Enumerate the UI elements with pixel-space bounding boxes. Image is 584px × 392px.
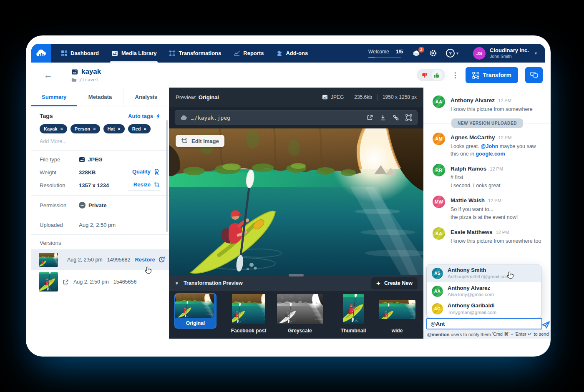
welcome-progress-track	[368, 57, 401, 58]
tag-kayak[interactable]: Kayak×	[40, 124, 67, 133]
auto-tags-button[interactable]: Auto tags	[128, 113, 161, 119]
sidebar-scrollbar[interactable]	[166, 120, 168, 232]
tag-list: Kayak× Person× Hat× Red×	[40, 124, 161, 133]
auto-tags-label: Auto tags	[128, 113, 153, 119]
page-title: kayak	[81, 68, 101, 76]
tag-person[interactable]: Person×	[70, 124, 100, 133]
tab-summary[interactable]: Summary	[31, 88, 77, 106]
field-uploaded: Uploaded Aug 2, 2:50 pm	[31, 215, 169, 234]
transformation-wide[interactable]	[379, 300, 415, 319]
preview-header: Preview:Original JPEG 235.6kb 1950 x 125…	[169, 88, 423, 107]
user-name: John Smith	[490, 54, 529, 59]
comment: AA Anthony Alvarez12 PM I know this pict…	[423, 93, 551, 116]
settings-button[interactable]	[429, 49, 437, 57]
transformation-thumbnail[interactable]	[343, 294, 364, 324]
tag-hat[interactable]: Hat×	[103, 124, 125, 133]
comments-list: AA Anthony Alvarez12 PM I know this pict…	[423, 88, 551, 248]
transformation-label[interactable]: wide	[376, 328, 418, 334]
gear-icon	[429, 49, 437, 57]
remove-tag-icon[interactable]: ×	[93, 126, 96, 131]
rating-widget	[417, 69, 445, 81]
crop-resize-icon	[154, 181, 160, 188]
asset-url-bar[interactable]: …/kayak.jpeg	[175, 110, 418, 125]
open-external-icon[interactable]	[63, 279, 69, 285]
version-row[interactable]: Aug 2, 2:50 pm 15465656	[31, 270, 169, 294]
nav-item-dashboard[interactable]: Dashboard	[55, 44, 105, 63]
nav-item-transformations[interactable]: Transformations	[163, 44, 227, 63]
tag-red[interactable]: Red×	[128, 124, 151, 133]
transform-button[interactable]: Transform	[466, 67, 518, 83]
quality-button[interactable]: Quality	[126, 167, 161, 178]
transformation-greyscale[interactable]	[277, 294, 323, 324]
account-menu[interactable]: JS Cloudinary Inc. John Smith ▾	[473, 44, 545, 63]
remove-tag-icon[interactable]: ×	[118, 126, 120, 131]
transform-url-button[interactable]	[405, 114, 412, 121]
transformation-preview-bar: ▼ Transformation Preview + Create New	[169, 275, 423, 291]
transformation-label[interactable]: Greyscale	[277, 328, 323, 334]
breadcrumb[interactable]: /travel	[71, 77, 101, 83]
external-link[interactable]: google.com	[476, 151, 505, 157]
comments-toggle-button[interactable]	[525, 67, 543, 83]
asset-header: ← kayak /travel ⋮ Transform	[31, 63, 545, 88]
mention-option-anthony-alvarez[interactable]: AA Anthony Alvarez AlvaTony@gmail.com	[427, 282, 541, 300]
avatar: RR	[433, 164, 445, 176]
reports-icon	[234, 50, 240, 56]
send-comment-button[interactable]	[541, 321, 550, 329]
puzzle-icon	[276, 50, 282, 56]
transformation-label[interactable]: Thumbnail	[332, 328, 374, 334]
transformation-facebook-post[interactable]	[232, 294, 265, 324]
nav-item-add-ons[interactable]: Add-ons	[270, 44, 314, 63]
welcome-progress[interactable]: Welcome 1/5	[368, 44, 403, 63]
copy-link-button[interactable]	[393, 114, 399, 121]
scroll-handle[interactable]	[289, 274, 304, 276]
nav-item-reports[interactable]: Reports	[227, 44, 270, 63]
nav-item-label: Reports	[243, 50, 264, 56]
edit-image-button[interactable]: Edit Image	[176, 135, 224, 147]
folder-icon	[71, 78, 77, 82]
transformation-thumbnails: Original Facebook post Greyscale Thumbna…	[169, 291, 423, 339]
resize-button[interactable]: Resize	[128, 180, 161, 191]
preview-label: Preview:	[176, 94, 196, 101]
help-button[interactable]: ? ▾	[446, 49, 458, 58]
download-button[interactable]	[380, 114, 386, 121]
field-file-type: File type JPEG	[40, 153, 161, 166]
open-external-button[interactable]	[367, 114, 373, 121]
nav-item-label: Dashboard	[70, 50, 99, 56]
thumbs-down-button[interactable]	[419, 70, 430, 80]
transformation-label[interactable]: Facebook post	[224, 328, 274, 334]
thumbs-up-button[interactable]	[432, 70, 443, 80]
top-nav: Dashboard Media Library Transformations …	[31, 44, 545, 63]
version-row[interactable]: Aug 2, 2:50 pm 14995682 Restore	[31, 249, 169, 270]
transformations-icon	[169, 50, 175, 56]
nav-item-media-library[interactable]: Media Library	[105, 44, 163, 63]
cloud-logo-icon	[35, 49, 47, 58]
avatar: AM	[433, 133, 445, 145]
remove-tag-icon[interactable]: ×	[144, 126, 146, 131]
transform-icon	[472, 72, 479, 79]
tab-analysis[interactable]: Analysis	[123, 88, 169, 106]
avatar: AS	[432, 268, 443, 279]
transformation-original[interactable]: Original	[174, 293, 216, 329]
cloud-icon	[180, 115, 187, 120]
mention-option-anthony-garibaldi[interactable]: AG Anthony Garibaldi Tonygman@gmail.com	[427, 300, 541, 318]
remove-tag-icon[interactable]: ×	[60, 126, 63, 131]
chevron-down-icon: ▾	[535, 51, 537, 55]
more-options-button[interactable]: ⋮	[452, 71, 459, 80]
collapse-caret-icon[interactable]: ▼	[175, 281, 179, 286]
versions-title: Versions	[31, 235, 169, 249]
comment-input[interactable]: @Ant	[426, 318, 542, 329]
comments-panel: AA Anthony Alvarez12 PM I know this pict…	[423, 88, 551, 339]
updates-button[interactable]: 2	[412, 50, 420, 57]
add-tag-input[interactable]: Add More...	[40, 138, 161, 144]
cloudinary-logo[interactable]	[31, 44, 51, 63]
version-thumbnail	[39, 253, 58, 267]
mention-option-anthony-smith[interactable]: AS Anthony Smith AnthonySmith87@gmail.co…	[427, 264, 541, 282]
lightning-icon	[156, 113, 161, 119]
restore-button[interactable]: Restore	[135, 256, 165, 263]
mention-link[interactable]: @John	[481, 143, 498, 149]
back-button[interactable]: ←	[44, 70, 53, 80]
create-new-button[interactable]: + Create New	[371, 277, 418, 289]
version-thumbnail	[39, 272, 58, 291]
sidebar-tabs: Summary Metadata Analysis	[31, 88, 169, 106]
tab-metadata[interactable]: Metadata	[77, 88, 123, 106]
